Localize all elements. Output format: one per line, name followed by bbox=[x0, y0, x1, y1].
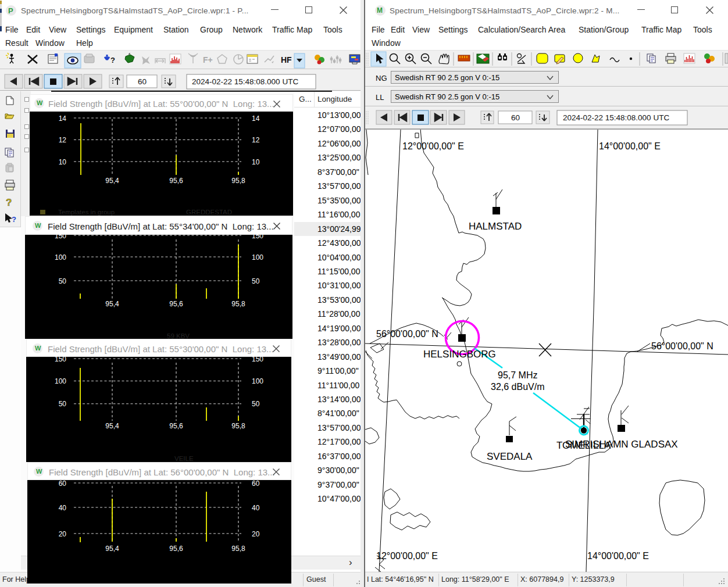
svg-text:14: 14 bbox=[252, 114, 260, 123]
svg-text:95,4: 95,4 bbox=[105, 545, 119, 553]
svg-text:32,6 dBuV/m: 32,6 dBuV/m bbox=[491, 382, 545, 392]
svg-text:95,8: 95,8 bbox=[231, 177, 245, 185]
svg-text:Templates in group: Templates in group bbox=[58, 209, 115, 216]
svg-text:12: 12 bbox=[59, 136, 67, 144]
svg-text:TOMELILLA: TOMELILLA bbox=[556, 440, 611, 451]
svg-text:60: 60 bbox=[138, 77, 147, 86]
svg-text:20: 20 bbox=[252, 530, 260, 538]
svg-text:2024-02-22 15:48:08.000 UTC: 2024-02-22 15:48:08.000 UTC bbox=[192, 77, 298, 86]
svg-text:150: 150 bbox=[252, 357, 263, 363]
svg-text:50: 50 bbox=[59, 400, 67, 408]
svg-text:60: 60 bbox=[511, 113, 520, 122]
svg-text:95,7 MHz: 95,7 MHz bbox=[498, 370, 537, 380]
svg-text:HF: HF bbox=[281, 55, 292, 65]
svg-text:?: ? bbox=[6, 197, 12, 208]
svg-text:150: 150 bbox=[252, 235, 263, 240]
svg-text:95,8: 95,8 bbox=[231, 545, 245, 553]
svg-text:12: 12 bbox=[252, 136, 260, 144]
svg-text:14°00'00,00" E: 14°00'00,00" E bbox=[599, 141, 661, 151]
svg-text:F+: F+ bbox=[203, 55, 213, 65]
svg-text:?: ? bbox=[12, 215, 16, 224]
svg-text:2024-02-22 15:48:08.000 UTC: 2024-02-22 15:48:08.000 UTC bbox=[563, 113, 669, 122]
svg-text:12°00'00,00" E: 12°00'00,00" E bbox=[376, 551, 438, 561]
svg-text:95,6: 95,6 bbox=[169, 422, 183, 430]
svg-text:14: 14 bbox=[59, 114, 67, 123]
svg-text:100: 100 bbox=[55, 253, 66, 262]
svg-text:60: 60 bbox=[252, 480, 260, 488]
svg-text:10: 10 bbox=[252, 158, 260, 166]
svg-text:100: 100 bbox=[252, 253, 263, 262]
svg-text:150: 150 bbox=[55, 357, 66, 363]
svg-text:VEILE: VEILE bbox=[174, 455, 194, 462]
svg-text:59 KBV: 59 KBV bbox=[167, 332, 190, 339]
svg-text:100: 100 bbox=[252, 377, 263, 385]
svg-text:95,6: 95,6 bbox=[169, 177, 183, 185]
svg-text:150: 150 bbox=[55, 235, 66, 240]
svg-text:95,8: 95,8 bbox=[231, 300, 245, 308]
svg-text:100: 100 bbox=[55, 377, 66, 385]
svg-text:10: 10 bbox=[59, 158, 67, 166]
svg-text:50: 50 bbox=[59, 277, 67, 285]
svg-text:60: 60 bbox=[59, 480, 67, 488]
svg-text:?: ? bbox=[110, 56, 115, 65]
svg-text:95,4: 95,4 bbox=[105, 177, 119, 185]
svg-text:40: 40 bbox=[59, 504, 67, 512]
svg-text:HELSINGBORG: HELSINGBORG bbox=[423, 349, 496, 360]
svg-text:40: 40 bbox=[252, 504, 260, 512]
svg-text:95,6: 95,6 bbox=[169, 545, 183, 553]
svg-text:HALMSTAD: HALMSTAD bbox=[469, 221, 522, 232]
svg-text:20: 20 bbox=[59, 530, 67, 538]
svg-text:12°00'00,00" E: 12°00'00,00" E bbox=[402, 141, 464, 151]
svg-text:56°00'00,00" N: 56°00'00,00" N bbox=[376, 329, 438, 339]
svg-text:14°00'00,00" E: 14°00'00,00" E bbox=[587, 551, 649, 561]
svg-text:95,4: 95,4 bbox=[105, 422, 119, 430]
svg-text:50: 50 bbox=[252, 277, 260, 285]
svg-text:95,8: 95,8 bbox=[231, 422, 245, 430]
svg-text:56°00'00,00" N: 56°00'00,00" N bbox=[651, 341, 713, 351]
svg-text:SVEDALA: SVEDALA bbox=[487, 451, 533, 462]
svg-text:50: 50 bbox=[252, 400, 260, 408]
svg-text:GREDDESTAD: GREDDESTAD bbox=[186, 209, 232, 216]
svg-text:95,6: 95,6 bbox=[169, 300, 183, 308]
svg-text:95,4: 95,4 bbox=[105, 300, 119, 308]
